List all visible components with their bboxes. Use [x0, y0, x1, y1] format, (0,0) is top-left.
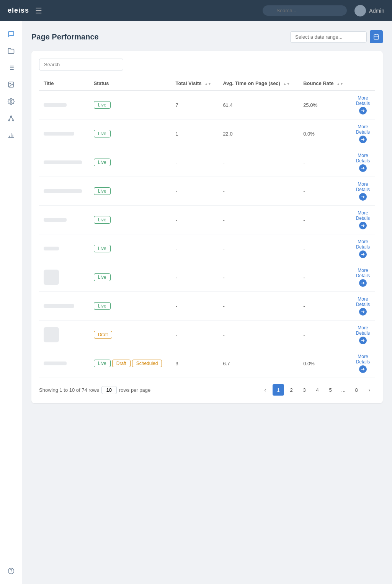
cell-avg-time: - [218, 321, 299, 349]
sidebar-item-chat[interactable] [4, 27, 18, 41]
status-badge: Draft [112, 360, 131, 367]
cell-total-visits: - [171, 206, 218, 234]
table-header-row: Title Status Total Visits ▲▼ Avg. Time o… [39, 77, 375, 90]
title-placeholder [44, 160, 82, 164]
title-placeholder [44, 362, 67, 365]
sidebar-item-chart[interactable] [4, 128, 18, 142]
hamburger-icon[interactable]: ☰ [35, 6, 42, 15]
calendar-button[interactable] [370, 30, 383, 43]
table-row: Live---MoreDetails ➜ [39, 292, 375, 321]
more-details-text: MoreDetails [356, 354, 370, 365]
user-menu[interactable]: Admin [354, 5, 384, 16]
svg-point-9 [10, 116, 11, 117]
table-search-input[interactable] [39, 59, 123, 70]
page-5-button[interactable]: 5 [325, 384, 336, 396]
cell-total-visits: - [171, 321, 218, 349]
more-details-icon: ➜ [359, 250, 367, 258]
cell-status: Live [89, 263, 171, 292]
col-total-visits[interactable]: Total Visits ▲▼ [171, 77, 218, 90]
more-details-link[interactable]: MoreDetails ➜ [355, 95, 371, 115]
page-2-button[interactable]: 2 [286, 384, 297, 396]
svg-rect-20 [374, 35, 379, 39]
showing-text: Showing 1 to 10 of 74 rows [39, 387, 99, 393]
svg-point-7 [10, 83, 10, 84]
cell-avg-time: 22.0 [218, 119, 299, 148]
more-details-text: MoreDetails [356, 95, 370, 106]
more-details-link[interactable]: MoreDetails ➜ [355, 153, 371, 172]
page-8-button[interactable]: 8 [351, 384, 362, 396]
sidebar-item-network[interactable] [4, 111, 18, 125]
more-details-text: MoreDetails [356, 296, 370, 307]
more-details-link[interactable]: MoreDetails ➜ [355, 182, 371, 201]
status-badge: Draft [94, 331, 112, 339]
sort-total-visits-icon[interactable]: ▲▼ [204, 82, 211, 86]
cell-avg-time: - [218, 177, 299, 206]
col-title: Title [39, 77, 89, 90]
rows-per-page-input[interactable] [101, 386, 117, 394]
cell-total-visits: - [171, 234, 218, 263]
more-details-link[interactable]: MoreDetails ➜ [355, 354, 371, 373]
more-details-link[interactable]: MoreDetails ➜ [355, 210, 371, 229]
col-avg-time[interactable]: Avg. Time on Page (sec) ▲▼ [218, 77, 299, 90]
sidebar-item-settings[interactable] [4, 95, 18, 108]
cell-status: Live [89, 292, 171, 321]
cell-actions: MoreDetails ➜ [351, 148, 375, 177]
more-details-link[interactable]: MoreDetails ➜ [355, 325, 371, 344]
page-4-button[interactable]: 4 [312, 384, 323, 396]
more-details-link[interactable]: MoreDetails ➜ [355, 268, 371, 287]
more-details-icon: ➜ [359, 164, 367, 172]
more-details-icon: ➜ [359, 193, 367, 201]
sidebar-item-image[interactable] [4, 78, 18, 92]
more-details-link[interactable]: MoreDetails ➜ [355, 239, 371, 258]
user-name: Admin [369, 8, 384, 14]
page-header: Page Performance [31, 30, 383, 43]
avatar [354, 5, 366, 16]
sidebar-item-help[interactable] [4, 564, 18, 578]
cell-title [39, 349, 89, 378]
cell-status: LiveDraftScheduled [89, 349, 171, 378]
sidebar [0, 21, 22, 584]
more-details-text: MoreDetails [356, 268, 370, 278]
cell-title [39, 206, 89, 234]
title-placeholder [44, 103, 67, 107]
title-placeholder [44, 132, 74, 136]
cell-total-visits: 3 [171, 349, 218, 378]
status-badge: Scheduled [132, 360, 162, 367]
svg-point-10 [8, 120, 10, 121]
sidebar-item-folder[interactable] [4, 44, 18, 58]
status-badge: Live [94, 216, 111, 224]
page-3-button[interactable]: 3 [299, 384, 310, 396]
global-search-input[interactable] [263, 5, 347, 16]
page-1-button[interactable]: 1 [273, 384, 284, 396]
more-details-icon: ➜ [359, 337, 367, 344]
main-content: Page Performance Title Status [22, 21, 392, 584]
svg-point-8 [10, 101, 12, 103]
cell-avg-time: 6.7 [218, 349, 299, 378]
next-page-button[interactable]: › [364, 384, 375, 396]
cell-actions: MoreDetails ➜ [351, 177, 375, 206]
more-details-link[interactable]: MoreDetails ➜ [355, 124, 371, 143]
status-badge: Live [94, 360, 111, 367]
title-image [44, 270, 59, 285]
col-bounce-rate[interactable]: Bounce Rate ▲▼ [299, 77, 351, 90]
cell-total-visits: - [171, 148, 218, 177]
cell-total-visits: - [171, 263, 218, 292]
cell-actions: MoreDetails ➜ [351, 119, 375, 148]
date-range-input[interactable] [290, 31, 367, 43]
more-details-icon: ➜ [359, 107, 367, 115]
cell-title [39, 292, 89, 321]
cell-title [39, 321, 89, 349]
sidebar-item-list[interactable] [4, 61, 18, 75]
more-details-icon: ➜ [359, 308, 367, 316]
cell-status: Live [89, 119, 171, 148]
table-row: Live---MoreDetails ➜ [39, 263, 375, 292]
pagination-controls: ‹ 1 2 3 4 5 ... 8 › [260, 384, 375, 396]
sort-bounce-rate-icon[interactable]: ▲▼ [336, 82, 343, 86]
sort-avg-time-icon[interactable]: ▲▼ [283, 82, 290, 86]
status-badge: Live [94, 130, 111, 137]
cell-bounce-rate: - [299, 321, 351, 349]
more-details-link[interactable]: MoreDetails ➜ [355, 296, 371, 316]
cell-avg-time: - [218, 206, 299, 234]
prev-page-button[interactable]: ‹ [260, 384, 271, 396]
cell-status: Live [89, 148, 171, 177]
